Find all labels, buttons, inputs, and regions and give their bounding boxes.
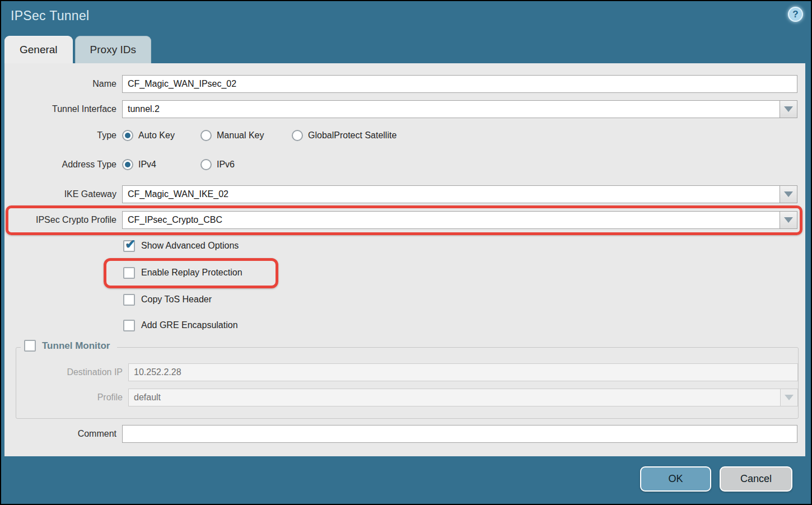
tunnel-interface-input[interactable] — [122, 100, 780, 118]
checkbox-icon — [24, 340, 36, 352]
radio-icon — [122, 159, 133, 170]
checkbox-label: Show Advanced Options — [141, 241, 239, 251]
profile-input — [128, 389, 781, 406]
profile-label: Profile — [26, 392, 128, 403]
checkbox-icon — [123, 294, 135, 306]
tunnel-monitor-fieldset: Tunnel Monitor Destination IP Profile — [16, 347, 799, 419]
ipsec-crypto-profile-field — [122, 211, 797, 229]
destination-ip-row: Destination IP — [26, 363, 798, 381]
name-label: Name — [4, 79, 122, 89]
address-type-row: Address Type IPv4 IPv6 — [4, 158, 235, 171]
tunnel-interface-dropdown-button[interactable] — [780, 100, 797, 118]
comment-input[interactable] — [122, 425, 797, 443]
type-option-manual-key[interactable]: Manual Key — [200, 130, 292, 141]
help-icon[interactable]: ? — [788, 7, 803, 22]
ike-gateway-field — [122, 185, 797, 203]
checkbox-icon — [123, 267, 135, 279]
tunnel-monitor-toggle[interactable]: Tunnel Monitor — [21, 340, 117, 352]
checkbox-show-advanced-options[interactable]: Show Advanced Options — [123, 239, 239, 253]
destination-ip-field — [128, 363, 798, 381]
type-row: Type Auto Key Manual Key GlobalProtect S… — [4, 129, 396, 142]
checkbox-icon — [123, 320, 135, 331]
ipsec-crypto-profile-input[interactable] — [122, 211, 780, 229]
radio-label: IPv4 — [138, 160, 156, 170]
checkbox-icon — [123, 240, 135, 252]
radio-label: Manual Key — [217, 130, 264, 141]
tab-proxy-ids[interactable]: Proxy IDs — [75, 36, 151, 63]
type-label: Type — [4, 130, 122, 141]
chevron-down-icon — [784, 106, 793, 112]
name-input[interactable] — [122, 75, 797, 93]
tunnel-interface-field — [122, 100, 797, 118]
ipsec-tunnel-dialog: IPSec Tunnel ? General Proxy IDs Name Tu… — [1, 1, 811, 504]
general-tab-panel: Name Tunnel Interface Type Auto Key — [4, 63, 805, 456]
name-field — [122, 75, 797, 93]
profile-dropdown-button — [781, 389, 798, 406]
ipsec-crypto-profile-row: IPSec Crypto Profile — [4, 211, 797, 229]
tab-bar: General Proxy IDs — [4, 36, 151, 63]
name-row: Name — [4, 75, 797, 93]
type-option-globalprotect-satellite[interactable]: GlobalProtect Satellite — [292, 130, 396, 141]
destination-ip-label: Destination IP — [26, 367, 128, 377]
ike-gateway-row: IKE Gateway — [4, 185, 797, 203]
checkbox-label: Copy ToS Header — [141, 294, 212, 305]
ipsec-crypto-profile-label: IPSec Crypto Profile — [4, 215, 122, 225]
radio-icon — [200, 159, 212, 170]
radio-label: IPv6 — [217, 160, 235, 170]
chevron-down-icon — [784, 217, 793, 223]
tunnel-interface-label: Tunnel Interface — [4, 104, 122, 114]
radio-icon — [200, 130, 212, 141]
ike-gateway-input[interactable] — [122, 185, 780, 203]
comment-row: Comment — [4, 425, 797, 443]
destination-ip-input — [128, 363, 798, 381]
address-type-option-ipv4[interactable]: IPv4 — [122, 159, 200, 170]
dialog-title: IPSec Tunnel — [11, 8, 89, 24]
tunnel-interface-row: Tunnel Interface — [4, 100, 797, 118]
chevron-down-icon — [785, 395, 794, 400]
radio-icon — [122, 130, 133, 141]
profile-field — [128, 389, 798, 406]
ipsec-crypto-profile-dropdown-button[interactable] — [780, 211, 797, 229]
ike-gateway-label: IKE Gateway — [4, 189, 122, 199]
tunnel-monitor-label: Tunnel Monitor — [42, 340, 110, 352]
tab-general[interactable]: General — [4, 36, 73, 63]
chevron-down-icon — [784, 191, 793, 197]
profile-row: Profile — [26, 389, 798, 406]
checkbox-label: Enable Replay Protection — [141, 268, 242, 278]
radio-label: GlobalProtect Satellite — [308, 130, 396, 141]
radio-icon — [292, 130, 303, 141]
ok-button[interactable]: OK — [640, 466, 711, 492]
checkbox-label: Add GRE Encapsulation — [141, 320, 238, 330]
comment-field — [122, 425, 797, 443]
ike-gateway-dropdown-button[interactable] — [780, 185, 797, 203]
address-type-option-ipv6[interactable]: IPv6 — [200, 159, 235, 170]
radio-label: Auto Key — [138, 130, 175, 141]
address-type-label: Address Type — [4, 160, 122, 170]
checkbox-add-gre-encapsulation[interactable]: Add GRE Encapsulation — [123, 318, 238, 333]
checkbox-enable-replay-protection[interactable]: Enable Replay Protection — [123, 265, 242, 280]
cancel-button[interactable]: Cancel — [720, 466, 792, 492]
dialog-title-bar: IPSec Tunnel ? — [1, 1, 811, 35]
checkbox-copy-tos-header[interactable]: Copy ToS Header — [123, 292, 212, 307]
comment-label: Comment — [4, 429, 122, 439]
type-option-auto-key[interactable]: Auto Key — [122, 130, 200, 141]
